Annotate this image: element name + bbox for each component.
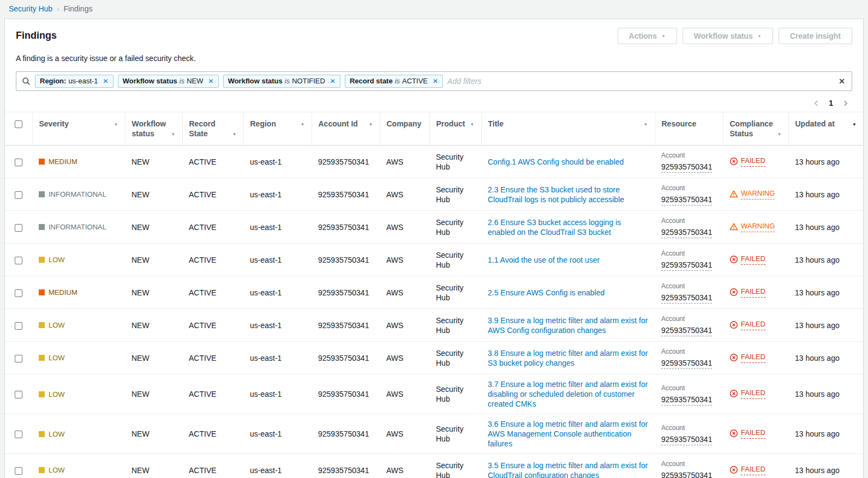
compliance-cell: FAILED xyxy=(723,414,788,454)
breadcrumb-link-security-hub[interactable]: Security Hub xyxy=(9,4,52,13)
finding-title-link[interactable]: 3.5 Ensure a log metric filter and alarm… xyxy=(488,461,648,478)
compliance-status[interactable]: FAILED xyxy=(729,156,765,167)
severity-swatch xyxy=(39,289,45,295)
column-header-account-id[interactable]: Account Id▼ xyxy=(312,112,380,146)
column-header-record-state[interactable]: Record State▼ xyxy=(182,112,243,146)
finding-title-link[interactable]: 1.1 Avoid the use of the root user xyxy=(488,256,600,264)
compliance-cell: FAILED xyxy=(723,454,788,478)
column-header-compliance-status[interactable]: Compliance Status▼ xyxy=(723,112,788,146)
resource-type-label: Account xyxy=(661,183,716,193)
chevron-down-icon: ▼ xyxy=(757,34,762,39)
column-header-workflow-status[interactable]: Workflow status▼ xyxy=(125,112,182,146)
workflow-status-cell: NEW xyxy=(125,414,182,454)
failed-circle-x-icon xyxy=(729,353,738,362)
row-checkbox[interactable] xyxy=(15,322,22,330)
column-header-title[interactable]: Title▼ xyxy=(481,112,655,146)
region-cell: us-east-1 xyxy=(243,342,312,374)
finding-title-link[interactable]: 3.6 Ensure a log metric filter and alarm… xyxy=(488,420,648,448)
finding-row: LOWNEWACTIVEus-east-1925935750341AWSSecu… xyxy=(5,454,863,478)
resource-id[interactable]: 925935750341 xyxy=(661,434,712,445)
compliance-status[interactable]: WARNING xyxy=(729,221,775,232)
compliance-status[interactable]: FAILED xyxy=(729,287,765,298)
row-checkbox[interactable] xyxy=(15,431,22,438)
product-cell: Security Hub xyxy=(429,244,481,276)
record-state-cell: ACTIVE xyxy=(182,244,243,276)
filter-token-remove-icon[interactable]: ✕ xyxy=(103,77,109,85)
filter-token-remove-icon[interactable]: ✕ xyxy=(433,77,438,85)
row-checkbox[interactable] xyxy=(15,257,22,264)
compliance-status[interactable]: FAILED xyxy=(729,254,765,265)
row-checkbox[interactable] xyxy=(15,467,22,475)
severity-label: INFORMATIONAL xyxy=(49,190,106,198)
filter-token-remove-icon[interactable]: ✕ xyxy=(208,77,214,85)
filter-bar: Region:us-east-1✕Workflow statusisNEW✕Wo… xyxy=(16,71,852,91)
severity-label: LOW xyxy=(49,430,65,438)
row-select-cell xyxy=(5,374,32,414)
finding-title-link[interactable]: Config.1 AWS Config should be enabled xyxy=(488,158,624,166)
row-checkbox[interactable] xyxy=(15,191,22,199)
region-cell: us-east-1 xyxy=(243,244,312,276)
severity-swatch xyxy=(39,322,45,328)
compliance-status[interactable]: FAILED xyxy=(729,388,765,399)
filter-token-remove-icon[interactable]: ✕ xyxy=(330,77,336,85)
resource-id[interactable]: 925935750341 xyxy=(661,162,712,173)
sort-icon: ▼ xyxy=(777,131,782,138)
page-title: Findings xyxy=(16,28,57,41)
updated-at-cell: 13 hours ago xyxy=(788,178,863,211)
row-checkbox[interactable] xyxy=(15,224,22,232)
company-cell: AWS xyxy=(380,414,429,454)
company-cell: AWS xyxy=(380,276,429,309)
column-header-product[interactable]: Product▼ xyxy=(429,112,481,146)
sort-desc-icon: ▼ xyxy=(852,121,857,129)
row-checkbox[interactable] xyxy=(15,289,22,297)
compliance-status[interactable]: FAILED xyxy=(729,319,765,330)
region-cell: us-east-1 xyxy=(243,178,312,211)
next-page-icon[interactable] xyxy=(842,100,849,107)
compliance-status[interactable]: WARNING xyxy=(729,189,775,199)
previous-page-icon[interactable] xyxy=(813,100,820,107)
workflow-status-button[interactable]: Workflow status ▼ xyxy=(683,28,773,44)
resource-id[interactable]: 925935750341 xyxy=(661,358,712,369)
finding-title-link[interactable]: 2.6 Ensure S3 bucket access logging is e… xyxy=(488,218,621,237)
current-page[interactable]: 1 xyxy=(829,99,833,107)
finding-title-link[interactable]: 2.3 Ensure the S3 bucket used to store C… xyxy=(488,185,624,204)
resource-id[interactable]: 925935750341 xyxy=(661,195,712,205)
finding-title-link[interactable]: 2.5 Ensure AWS Config is enabled xyxy=(488,288,604,297)
compliance-status[interactable]: FAILED xyxy=(729,428,765,439)
findings-panel: Findings Actions ▼ Workflow status ▼ Cre… xyxy=(4,19,864,478)
clear-filters-icon[interactable]: ✕ xyxy=(839,77,845,86)
row-checkbox[interactable] xyxy=(15,159,22,166)
create-insight-button[interactable]: Create insight xyxy=(779,28,852,44)
resource-id[interactable]: 925935750341 xyxy=(661,470,712,478)
column-header-label: Workflow status xyxy=(132,119,169,138)
resource-type-label: Account xyxy=(661,459,716,469)
resource-id[interactable]: 925935750341 xyxy=(661,395,712,406)
row-checkbox[interactable] xyxy=(15,391,22,398)
finding-title-link[interactable]: 3.9 Ensure a log metric filter and alarm… xyxy=(488,316,648,335)
add-filters-input[interactable] xyxy=(447,77,834,86)
compliance-status[interactable]: FAILED xyxy=(729,352,765,363)
filter-token-value: ACTIVE xyxy=(402,77,428,85)
resource-id[interactable]: 925935750341 xyxy=(661,293,712,304)
column-header-resource: Resource xyxy=(655,112,723,146)
finding-title-link[interactable]: 3.7 Ensure a log metric filter and alarm… xyxy=(488,380,648,408)
resource-id[interactable]: 925935750341 xyxy=(661,260,712,271)
resource-id[interactable]: 925935750341 xyxy=(661,325,712,336)
severity-swatch xyxy=(39,467,45,473)
select-all-checkbox[interactable] xyxy=(15,120,22,128)
compliance-status-label: FAILED xyxy=(741,156,765,167)
column-header-updated-at[interactable]: Updated at▼ xyxy=(788,112,863,146)
row-checkbox[interactable] xyxy=(15,355,22,362)
sort-icon: ▼ xyxy=(114,121,118,129)
actions-button[interactable]: Actions ▼ xyxy=(618,28,677,44)
finding-row: INFORMATIONALNEWACTIVEus-east-1925935750… xyxy=(5,178,863,211)
column-header-region[interactable]: Region▼ xyxy=(243,112,312,146)
compliance-status[interactable]: FAILED xyxy=(729,464,765,475)
column-header-severity[interactable]: Severity▼ xyxy=(32,112,125,146)
account-id-cell: 925935750341 xyxy=(312,276,380,309)
finding-title-link[interactable]: 3.8 Ensure a log metric filter and alarm… xyxy=(488,349,648,367)
title-cell: 2.5 Ensure AWS Config is enabled xyxy=(481,276,655,309)
resource-id[interactable]: 925935750341 xyxy=(661,227,712,238)
failed-circle-x-icon xyxy=(729,429,738,438)
compliance-cell: WARNING xyxy=(723,211,788,244)
